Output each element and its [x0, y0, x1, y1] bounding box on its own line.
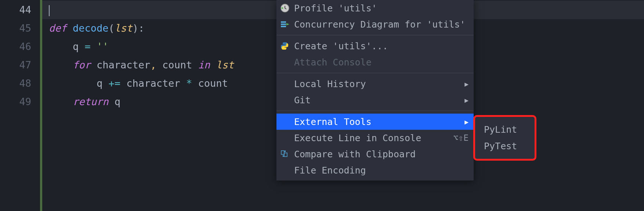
- menu-item-concurrency[interactable]: Concurrency Diagram for 'utils': [276, 16, 474, 32]
- svg-rect-2: [281, 24, 286, 25]
- menu-label: Compare with Clipboard: [294, 149, 468, 160]
- menu-label: External Tools: [294, 117, 464, 127]
- keyword-def: def: [49, 22, 67, 34]
- compare-icon: [280, 150, 292, 158]
- caret-icon: [49, 5, 50, 16]
- chevron-right-icon: ▶: [464, 96, 468, 104]
- menu-separator: [276, 111, 474, 111]
- line-number: 49: [0, 93, 40, 111]
- menu-separator: [276, 35, 474, 35]
- menu-label: Profile 'utils': [294, 3, 468, 14]
- menu-item-external-tools[interactable]: External Tools ▶: [276, 114, 474, 130]
- parameter: lst: [115, 22, 133, 34]
- svg-rect-5: [284, 153, 287, 157]
- diagram-icon: [280, 19, 292, 29]
- menu-separator: [276, 73, 474, 73]
- submenu-item-pylint[interactable]: PyLint: [477, 121, 532, 138]
- identifier: character: [126, 78, 180, 89]
- menu-item-attach: Attach Console: [276, 54, 474, 70]
- submenu-item-pytest[interactable]: PyTest: [477, 138, 532, 154]
- svg-rect-4: [281, 151, 284, 154]
- shortcut-label: ⌥⇧E: [453, 133, 468, 143]
- menu-item-compare-clipboard[interactable]: Compare with Clipboard: [276, 146, 474, 162]
- menu-label: Git: [294, 95, 464, 106]
- menu-label: File Encoding: [294, 165, 468, 176]
- python-icon: [280, 42, 292, 50]
- menu-item-execute-line[interactable]: Execute Line in Console ⌥⇧E: [276, 130, 474, 146]
- menu-label: Create 'utils'...: [294, 41, 468, 51]
- line-number: 44: [0, 1, 40, 19]
- iterable: lst: [216, 59, 234, 71]
- line-number: 47: [0, 56, 40, 74]
- line-number: 48: [0, 74, 40, 93]
- menu-item-git[interactable]: Git ▶: [276, 92, 474, 108]
- operator-assign: =: [85, 41, 91, 52]
- paren-close: ): [133, 22, 138, 34]
- keyword-for: for: [73, 59, 91, 71]
- paren-open: (: [109, 22, 115, 34]
- gutter: 44 45 46 47 48 49: [0, 0, 42, 211]
- identifier: character: [97, 59, 150, 71]
- context-menu: Profile 'utils' Concurrency Diagram for …: [276, 0, 474, 180]
- keyword-return: return: [73, 96, 109, 107]
- svg-rect-1: [281, 21, 286, 23]
- line-number: 45: [0, 19, 40, 37]
- chevron-right-icon: ▶: [464, 80, 468, 88]
- identifier: count: [198, 78, 228, 89]
- menu-label: Attach Console: [294, 57, 468, 68]
- menu-label: Execute Line in Console: [294, 133, 453, 143]
- identifier: q: [115, 96, 120, 107]
- chevron-right-icon: ▶: [464, 118, 468, 126]
- function-name: decode: [73, 22, 109, 34]
- external-tools-submenu: PyLint PyTest: [473, 115, 536, 161]
- identifier: q: [73, 41, 79, 52]
- menu-item-file-encoding[interactable]: File Encoding: [276, 162, 474, 178]
- colon: :: [138, 22, 144, 34]
- operator-star: *: [186, 78, 192, 89]
- menu-label: Local History: [294, 79, 464, 89]
- menu-label: Concurrency Diagram for 'utils': [294, 19, 468, 30]
- clock-icon: [280, 3, 292, 13]
- string-literal: '': [97, 41, 109, 52]
- menu-item-local-history[interactable]: Local History ▶: [276, 76, 474, 92]
- keyword-in: in: [198, 59, 210, 71]
- comma: ,: [150, 59, 156, 71]
- operator-pluseq: +=: [109, 78, 121, 89]
- menu-item-profile[interactable]: Profile 'utils': [276, 0, 474, 16]
- identifier: count: [162, 59, 192, 71]
- svg-rect-3: [281, 26, 286, 27]
- menu-item-create[interactable]: Create 'utils'...: [276, 38, 474, 54]
- identifier: q: [97, 78, 102, 89]
- line-number: 46: [0, 37, 40, 56]
